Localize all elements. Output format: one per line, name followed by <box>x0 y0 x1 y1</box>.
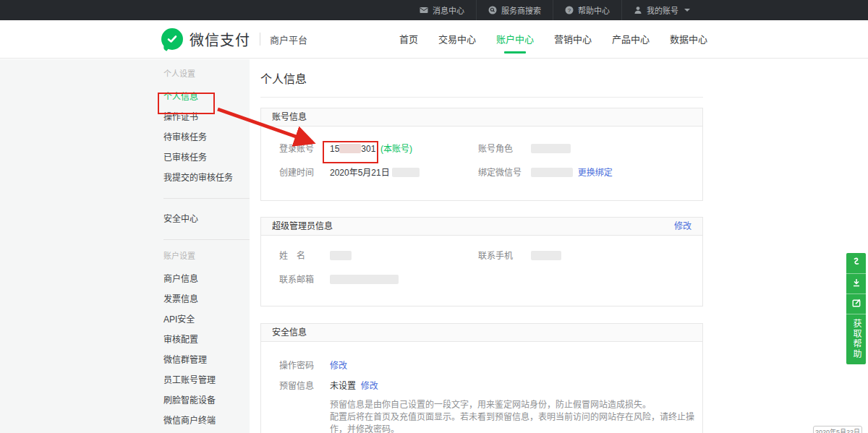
download-icon <box>851 278 861 291</box>
sidebar-item-pending-review-tasks[interactable]: 待审核任务 <box>163 127 250 147</box>
sidebar-divider <box>163 239 250 240</box>
search-icon <box>488 6 497 14</box>
bound-wechat-label: 绑定微信号 <box>478 166 522 180</box>
reserve-info-value: 未设置 修改 <box>330 379 378 393</box>
mail-icon <box>420 6 428 14</box>
login-account-value: 15301 (本账号) <box>330 142 412 156</box>
sidebar-item-reviewed-tasks[interactable]: 已审核任务 <box>163 147 250 168</box>
get-help-button[interactable]: 获取帮助 <box>846 314 866 364</box>
contact-phone-button[interactable] <box>846 253 866 273</box>
sidebar-item-wechat-group-management[interactable]: 微信群管理 <box>163 350 250 370</box>
sidebar-item-api-security[interactable]: API安全 <box>163 309 250 330</box>
svg-text:?: ? <box>568 7 571 14</box>
redacted-created-time <box>392 168 420 177</box>
sidebar-divider <box>163 198 250 199</box>
admin-name-value <box>330 249 352 263</box>
feedback-button[interactable] <box>846 293 866 314</box>
reserve-info-description: 预留信息是由你自己设置的一段文字，用来鉴定网站身份，防止假冒网站造成损失。 配置… <box>330 399 702 433</box>
sidebar-section-account-settings: 账户设置 <box>163 250 250 262</box>
reserve-edit-link[interactable]: 修改 <box>361 381 378 391</box>
wechat-pay-logo-icon <box>161 28 183 50</box>
topbar-my-account[interactable]: 我的账号 <box>621 0 702 20</box>
account-info-panel: 账号信息 登录账号 15301 (本账号) 账号角色 创建时间 2020年5月2… <box>260 108 703 201</box>
admin-phone-value <box>531 249 561 263</box>
description-line: 预留信息是由你自己设置的一段文字，用来鉴定网站身份，防止假冒网站造成损失。 <box>330 399 702 411</box>
description-line: 配置后将在首页及充值页面显示。若未看到预留信息，表明当前访问的网站存在风险，请终… <box>330 411 702 433</box>
download-button[interactable] <box>846 273 866 293</box>
account-role-value <box>531 142 571 156</box>
date-tooltip: 2020年5月22日 <box>813 426 862 433</box>
sidebar-section-personal-settings: 个人设置 <box>163 68 250 80</box>
question-icon: ? <box>565 6 574 14</box>
chevron-down-icon <box>684 9 690 12</box>
nav-product-center[interactable]: 产品中心 <box>610 20 652 59</box>
sidebar-item-review-config[interactable]: 审核配置 <box>163 330 250 350</box>
admin-email-value <box>330 273 399 287</box>
topbar-item-label: 帮助中心 <box>578 4 610 16</box>
brand-name: 微信支付 <box>190 29 250 50</box>
nav-transaction-center[interactable]: 交易中心 <box>436 20 478 59</box>
reserve-info-label: 预留信息 <box>279 379 314 393</box>
bound-wechat-value: 更换绑定 <box>531 166 613 180</box>
topbar-help-center[interactable]: ? 帮助中心 <box>553 0 621 20</box>
redacted-admin-name <box>330 251 352 260</box>
nav-data-center[interactable]: 数据中心 <box>668 20 710 59</box>
admin-email-label: 联系邮箱 <box>279 273 314 287</box>
sidebar-item-invoice-info[interactable]: 发票信息 <box>163 289 250 309</box>
sidebar-item-personal-info[interactable]: 个人信息 <box>163 87 250 107</box>
super-admin-panel-title: 超级管理员信息 <box>272 218 333 236</box>
password-edit-link[interactable]: 修改 <box>330 361 347 371</box>
nav-home[interactable]: 首页 <box>397 20 420 59</box>
created-time-value: 2020年5月21日 <box>330 166 420 180</box>
topbar-item-label: 服务商搜索 <box>501 4 541 16</box>
redacted-admin-email <box>330 275 399 284</box>
sidebar-item-wechat-merchant-terminal[interactable]: 微信商户终端 <box>163 411 250 431</box>
operation-password-label: 操作密码 <box>279 359 314 373</box>
topbar-item-label: 消息中心 <box>433 4 464 16</box>
nav-account-center[interactable]: 账户中心 <box>494 20 536 59</box>
phone-icon <box>851 257 861 270</box>
title-divider <box>260 97 703 98</box>
security-info-panel: 安全信息 操作密码 修改 预留信息 未设置 修改 预留信息是由你自己设置的一段文… <box>260 323 703 433</box>
redacted-account-role <box>531 144 571 153</box>
sidebar-item-merchant-info[interactable]: 商户信息 <box>163 269 250 289</box>
sidebar-item-operation-certificate[interactable]: 操作证书 <box>163 107 250 127</box>
floating-helper-bar: 获取帮助 <box>846 253 866 364</box>
sidebar-item-security-center[interactable]: 安全中心 <box>163 209 250 229</box>
page-title: 个人信息 <box>260 74 868 85</box>
sidebar: 个人设置 个人信息 操作证书 待审核任务 已审核任务 我提交的审核任务 安全中心… <box>0 59 250 433</box>
security-info-panel-title: 安全信息 <box>272 324 307 342</box>
login-account-label: 登录账号 <box>279 142 314 156</box>
sidebar-item-staff-account-management[interactable]: 员工账号管理 <box>163 370 250 390</box>
user-icon <box>634 6 642 14</box>
nav-marketing-center[interactable]: 营销中心 <box>552 20 594 59</box>
sidebar-item-my-submitted-review-tasks[interactable]: 我提交的审核任务 <box>163 168 250 188</box>
main-content: 个人信息 账号信息 登录账号 15301 (本账号) 账号角色 创建时间 202… <box>250 59 868 433</box>
change-binding-link[interactable]: 更换绑定 <box>578 168 613 178</box>
admin-edit-link[interactable]: 修改 <box>674 218 692 236</box>
page-body: 个人设置 个人信息 操作证书 待审核任务 已审核任务 我提交的审核任务 安全中心… <box>0 59 868 433</box>
redacted-login-middle <box>339 144 361 153</box>
account-info-panel-title: 账号信息 <box>272 108 307 127</box>
header: 微信支付 商户平台 首页 交易中心 账户中心 营销中心 产品中心 数据中心 <box>0 20 868 59</box>
redacted-admin-phone <box>531 251 561 260</box>
admin-name-label: 姓 名 <box>279 249 305 263</box>
main-nav: 首页 交易中心 账户中心 营销中心 产品中心 数据中心 <box>397 20 710 59</box>
super-admin-panel: 超级管理员信息 修改 姓 名 联系手机 联系邮箱 <box>260 217 703 306</box>
topbar-service-provider-search[interactable]: 服务商搜索 <box>476 0 553 20</box>
created-time-label: 创建时间 <box>279 166 314 180</box>
edit-icon <box>851 298 861 311</box>
topbar: 消息中心 服务商搜索 ? 帮助中心 我的账号 <box>0 0 868 20</box>
portal-name: 商户平台 <box>270 33 307 46</box>
topbar-message-center[interactable]: 消息中心 <box>408 0 476 20</box>
topbar-item-label: 我的账号 <box>647 4 678 16</box>
current-account-tag: (本账号) <box>380 144 412 154</box>
brand: 微信支付 商户平台 <box>161 28 307 50</box>
redacted-wechat-id <box>531 168 573 177</box>
account-role-label: 账号角色 <box>478 142 513 156</box>
brand-separator <box>260 33 260 46</box>
sidebar-item-face-payment-devices[interactable]: 刷脸智能设备 <box>163 390 250 411</box>
admin-phone-label: 联系手机 <box>478 249 513 263</box>
